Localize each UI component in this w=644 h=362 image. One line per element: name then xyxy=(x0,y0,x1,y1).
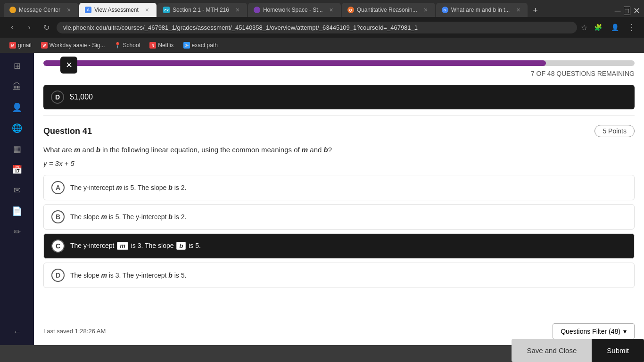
previous-answer-d: D $1,000 xyxy=(43,85,635,109)
progress-section: 7 OF 48 QUESTIONS REMAINING xyxy=(34,53,644,81)
save-and-close-button[interactable]: Save and Close xyxy=(512,339,592,362)
prev-option-text: $1,000 xyxy=(70,93,93,101)
question-title: Question 41 xyxy=(43,126,92,136)
maximize-btn[interactable]: □ xyxy=(624,7,630,15)
q-text-between: and xyxy=(80,146,96,154)
last-saved-text: Last saved 1:28:26 AM xyxy=(43,328,106,335)
section-divider xyxy=(43,115,635,115)
tab-favicon-4 xyxy=(254,7,260,13)
back-nav-icon: ← xyxy=(13,327,21,337)
sidebar-icon-globe[interactable]: 🌐 xyxy=(8,119,26,138)
sidebar-icon-mail[interactable]: ✉ xyxy=(8,181,26,200)
doc-icon: 📄 xyxy=(12,206,22,216)
tab-label-5: Quantitative Reasonin... xyxy=(357,7,417,13)
sidebar-icon-doc[interactable]: 📄 xyxy=(8,202,26,221)
new-tab-button[interactable]: + xyxy=(528,4,542,17)
prev-option-letter: D xyxy=(51,90,64,104)
gmail-favicon: M xyxy=(9,42,16,49)
url-bar[interactable] xyxy=(57,22,577,33)
bookmark-school-label: School xyxy=(123,42,140,49)
option-c[interactable]: C The y-intercept m is 3. The slope b is… xyxy=(43,233,635,259)
bookmark-school[interactable]: 📍 School xyxy=(111,41,144,50)
close-quiz-button[interactable]: ✕ xyxy=(60,57,77,74)
edit-icon: ✏ xyxy=(14,227,21,237)
tab-favicon-5: Q xyxy=(347,7,354,13)
tab-quantitative[interactable]: Q Quantitative Reasonin... × xyxy=(342,3,435,17)
option-c-text: The y-intercept m is 3. The slope b is 5… xyxy=(70,242,201,250)
bookmark-workday[interactable]: W Workday aaaie - Sig... xyxy=(37,41,109,50)
menu-button[interactable]: ⋮ xyxy=(625,21,638,34)
tab-message-center[interactable]: Message Center × xyxy=(4,3,78,17)
sidebar-icon-back[interactable]: ← xyxy=(8,322,26,341)
question-header: Question 41 5 Points xyxy=(43,125,635,137)
sidebar-icon-grid[interactable]: ▦ xyxy=(8,140,26,158)
netflix-favicon: N xyxy=(149,42,156,49)
bookmark-netflix[interactable]: N Netflix xyxy=(146,41,177,50)
tab-close-5[interactable]: × xyxy=(422,6,429,14)
content-panel: ✕ 7 OF 48 QUESTIONS REMAINING D $1,000 Q… xyxy=(34,53,644,345)
tab-label-4: Homework Space - St... xyxy=(263,7,323,13)
forward-button[interactable]: › xyxy=(23,21,36,34)
q-text-and: and xyxy=(308,146,323,154)
points-badge: 5 Points xyxy=(594,125,635,137)
option-a[interactable]: A The y-intercept m is 5. The slope b is… xyxy=(43,175,635,200)
option-d[interactable]: D The slope m is 3. The y-intercept b is… xyxy=(43,263,635,288)
bookmark-gmail-label: gmail xyxy=(18,42,32,49)
person-icon: 👤 xyxy=(12,102,22,113)
progress-bar-fill xyxy=(43,60,546,66)
sidebar-icon-apps[interactable]: ⊞ xyxy=(8,57,26,75)
progress-text: 7 OF 48 QUESTIONS REMAINING xyxy=(43,70,635,77)
tab-section-21[interactable]: ZY Section 2.1 - MTH 216 × xyxy=(157,3,247,17)
tab-homework-space[interactable]: Homework Space - St... × xyxy=(248,3,341,17)
q-b-var: b xyxy=(96,146,100,154)
sidebar-icon-bank[interactable]: 🏛 xyxy=(8,77,26,96)
mail-icon: ✉ xyxy=(14,185,21,196)
sidebar-icon-person[interactable]: 👤 xyxy=(8,98,26,117)
bookmark-gmail[interactable]: M gmail xyxy=(6,41,35,50)
bank-icon: 🏛 xyxy=(13,82,21,92)
tab-close-2[interactable]: × xyxy=(143,6,151,14)
tab-label-3: Section 2.1 - MTH 216 xyxy=(173,7,229,13)
q-m-var2: m xyxy=(302,146,308,154)
footer-actions: Questions Filter (48) ▾ xyxy=(553,323,635,339)
q-b-var2: b xyxy=(324,146,328,154)
questions-filter-button[interactable]: Questions Filter (48) ▾ xyxy=(553,323,635,339)
bookmark-exactpath[interactable]: ➤ exact path xyxy=(180,41,222,50)
tab-view-assessment[interactable]: A View Assessment × xyxy=(79,3,157,17)
question-text: What are m and b in the following linear… xyxy=(43,145,635,156)
minimize-btn[interactable]: ─ xyxy=(615,7,621,15)
workday-favicon: W xyxy=(41,42,48,49)
tab-favicon-2: A xyxy=(85,7,91,13)
tab-close-6[interactable]: × xyxy=(514,6,522,14)
option-b-circle: B xyxy=(51,210,65,223)
back-button[interactable]: ‹ xyxy=(6,21,19,34)
tab-favicon-1 xyxy=(9,7,16,13)
sidebar-icon-edit[interactable]: ✏ xyxy=(8,222,26,241)
tab-close-4[interactable]: × xyxy=(328,6,335,14)
filter-chevron-icon: ▾ xyxy=(623,328,627,335)
school-favicon: 📍 xyxy=(115,42,121,49)
option-b-text: The slope m is 5. The y-intercept b is 2… xyxy=(70,213,186,221)
tab-close-3[interactable]: × xyxy=(234,6,241,14)
extensions-button[interactable]: 🧩 xyxy=(591,21,604,34)
submit-button[interactable]: Submit xyxy=(592,339,644,362)
profile-button[interactable]: 👤 xyxy=(608,21,621,34)
sidebar-icon-calendar[interactable]: 📅 xyxy=(8,160,26,179)
globe-icon: 🌐 xyxy=(12,123,22,133)
bookmark-netflix-label: Netflix xyxy=(158,42,173,49)
option-c-circle: C xyxy=(51,239,65,253)
tab-label-6: What are m and b in t... xyxy=(451,7,510,13)
bookmark-star[interactable]: ☆ xyxy=(581,23,587,32)
bookmark-workday-label: Workday aaaie - Sig... xyxy=(50,42,105,49)
tab-label-2: View Assessment xyxy=(94,7,139,13)
tab-close-1[interactable]: × xyxy=(65,6,73,14)
q-text-question: ? xyxy=(328,146,332,154)
reload-button[interactable]: ↻ xyxy=(40,21,53,34)
quiz-area: 7 OF 48 QUESTIONS REMAINING D $1,000 Que… xyxy=(34,53,644,317)
option-b[interactable]: B The slope m is 5. The y-intercept b is… xyxy=(43,204,635,230)
option-d-text: The slope m is 3. The y-intercept b is 5… xyxy=(70,272,186,279)
tab-what-are-m-b[interactable]: G What are m and b in t... × xyxy=(436,3,528,17)
equation-display: y = 3x + 5 xyxy=(43,159,635,167)
close-window-btn[interactable]: ✕ xyxy=(633,7,640,15)
progress-bar-container xyxy=(43,60,635,66)
